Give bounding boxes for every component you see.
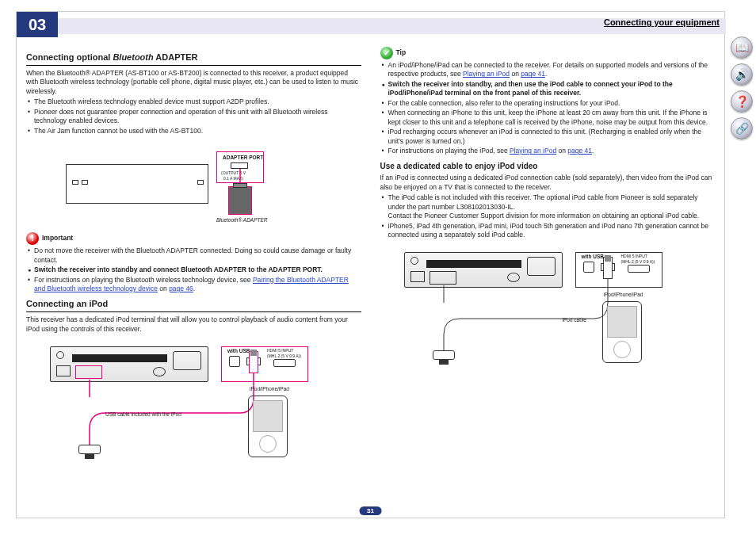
heading-ipod-video: Use a dedicated cable to enjoy iPod vide… (380, 161, 716, 172)
heading-bluetooth: Connecting optional Bluetooth ADAPTER (26, 52, 361, 66)
link-playing-ipod-2[interactable]: Playing an iPod (510, 147, 556, 155)
list-item: For the cable connection, also refer to … (380, 99, 716, 108)
link-playing-ipod-1[interactable]: Playing an iPod (463, 70, 510, 78)
list-item: iPhone5, iPad 4th generation, iPad mini,… (380, 222, 716, 240)
text: ADAPTER (154, 52, 198, 62)
paragraph: If an iPod is connected using a dedicate… (380, 174, 716, 192)
network-icon[interactable]: 🔗 (731, 117, 753, 139)
list-item: iPod recharging occurs whenever an iPod … (380, 128, 716, 146)
list-item: The iPod cable is not included with this… (380, 193, 716, 220)
adapter-port-label: ADAPTER PORT (223, 155, 263, 162)
breadcrumb: Connecting your equipment (604, 17, 720, 27)
text: on (510, 70, 521, 78)
link-page41-2[interactable]: page 41 (567, 147, 592, 155)
text: . (193, 285, 195, 292)
sidebar-nav: 📖 🔊 ❓ 🔗 (731, 32, 756, 144)
text: The iPod cable is not included with this… (388, 193, 698, 210)
important-label: Important (42, 234, 73, 243)
hdmi-small-label-2: HDMI 5 INPUT (MHL 2 (5 V 0.9 A)) (621, 254, 655, 265)
diagram-ipod-video: with USB HDMI 5 INPUT (MHL 2 (5 V 0.9 A)… (404, 244, 689, 371)
diagram-bluetooth-adapter: ADAPTER PORT (OUTPUT 5 V 0.1 A MAX) Blue… (66, 140, 304, 227)
important-icon: ! (26, 232, 39, 245)
text-em: Bluetooth (113, 52, 153, 62)
chapter-badge: 03 (17, 12, 58, 37)
text: on (556, 147, 567, 155)
link-page41-1[interactable]: page 41 (521, 70, 545, 78)
ipod-cable-label: iPod cable (563, 317, 586, 324)
text: For instructions on playing the Bluetoot… (34, 276, 253, 284)
tip-heading: ✓ Tip (380, 47, 716, 59)
list-item-bold: Switch the receiver into standby, and th… (380, 80, 716, 98)
list-item: The Air Jam function cannot be used with… (26, 127, 361, 136)
help-icon[interactable]: ❓ (731, 90, 753, 113)
right-column: ✓ Tip An iPod/iPhone/iPad can be connect… (380, 47, 716, 502)
list-item-bold: Switch the receiver into standby and con… (26, 266, 361, 274)
important-heading: ! Important (26, 232, 361, 245)
page-frame: 03 Connecting your equipment Connecting … (16, 11, 725, 518)
diagram-ipod-connection: with USB HDMI 5 INPUT (MHL 2 (5 V 0.9 A)… (50, 338, 335, 465)
list-item: Do not move the receiver with the Blueto… (26, 246, 361, 265)
heading-ipod: Connecting an iPod (26, 298, 361, 312)
text: . (545, 70, 547, 78)
text: . (592, 147, 594, 155)
paragraph: This receiver has a dedicated iPod termi… (26, 315, 361, 334)
text: An iPod/iPhone/iPad can be connected to … (388, 61, 708, 78)
usb-caption: USB cable included with the iPod (105, 411, 181, 418)
usb-small-label-2: with USB (582, 254, 605, 261)
tip-label: Tip (396, 48, 407, 57)
tip-icon: ✓ (380, 47, 393, 59)
list-item: For instructions on playing the iPod, se… (380, 147, 716, 155)
text: For instructions on playing the iPod, se… (388, 147, 510, 155)
list-item: When connecting an iPhone to this unit, … (380, 109, 716, 127)
list-item: Pioneer does not guarantee proper connec… (26, 108, 361, 126)
link-page46[interactable]: page 46 (169, 285, 193, 292)
page-number: 31 (359, 506, 382, 515)
adapter-caption: Bluetooth® ADAPTER (216, 217, 268, 224)
book-icon[interactable]: 📖 (731, 36, 753, 59)
usb-small-label: with USB (227, 348, 250, 355)
text: on (158, 285, 169, 292)
speaker-icon[interactable]: 🔊 (731, 63, 753, 86)
ipod-label-2: iPod/iPhone/iPad (604, 292, 643, 299)
text: Connecting optional (26, 52, 113, 62)
left-column: Connecting optional Bluetooth ADAPTER Wh… (26, 47, 361, 502)
paragraph: When the Bluetooth® ADAPTER (AS-BT100 or… (26, 69, 361, 96)
list-item: For instructions on playing the Bluetoot… (26, 276, 361, 294)
list-item: An iPod/iPhone/iPad can be connected to … (380, 61, 716, 79)
list-item: The Bluetooth wireless technology enable… (26, 97, 361, 106)
hdmi-small-label: HDMI 5 INPUT (MHL 2 (5 V 0.9 A)) (267, 348, 301, 359)
text: Contact the Pioneer Customer Support div… (388, 212, 700, 220)
ipod-label: iPod/iPhone/iPad (250, 386, 289, 393)
